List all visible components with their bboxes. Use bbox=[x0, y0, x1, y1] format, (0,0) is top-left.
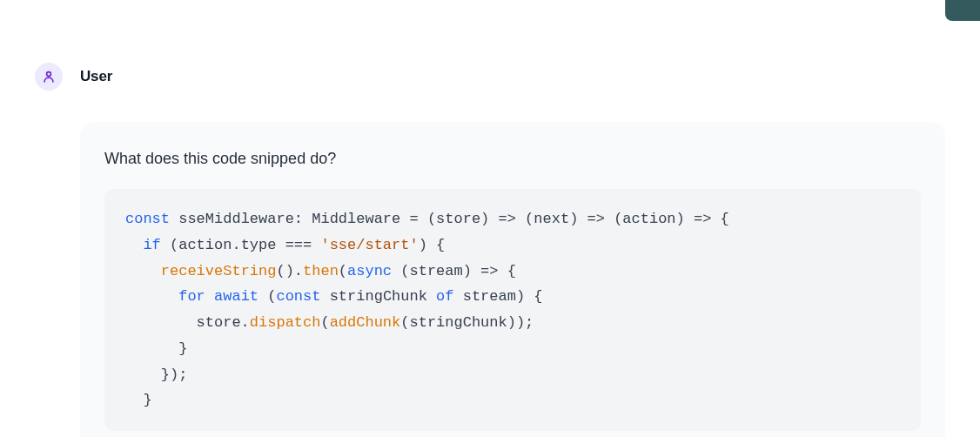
code-token: addChunk bbox=[330, 314, 401, 331]
code-token: of bbox=[436, 288, 453, 305]
code-token: for await bbox=[178, 288, 258, 305]
code-token: if bbox=[143, 237, 160, 253]
code-token: dispatch bbox=[250, 314, 321, 331]
code-token: => bbox=[499, 211, 516, 227]
user-icon bbox=[41, 69, 57, 84]
code-token: Middleware bbox=[312, 211, 400, 227]
message-content: What does this code snipped do? const ss… bbox=[80, 122, 945, 437]
code-token: : bbox=[294, 211, 303, 227]
code-token: receiveString bbox=[161, 263, 277, 279]
code-token: => bbox=[480, 263, 498, 279]
code-token: => bbox=[694, 211, 711, 227]
code-token: async bbox=[347, 263, 392, 279]
username-label: User bbox=[80, 68, 112, 85]
message-header: User bbox=[35, 63, 945, 91]
question-text: What does this code snipped do? bbox=[104, 150, 921, 168]
code-token: => bbox=[587, 211, 605, 227]
chat-card: User What does this code snipped do? con… bbox=[0, 0, 980, 437]
code-token: const bbox=[125, 211, 170, 227]
code-token: 'sse/start' bbox=[320, 237, 418, 253]
code-token: === bbox=[285, 237, 312, 253]
avatar bbox=[35, 63, 63, 91]
code-snippet[interactable]: const sseMiddleware: Middleware = (store… bbox=[104, 189, 921, 431]
corner-accent bbox=[945, 0, 980, 21]
code-token: then bbox=[303, 263, 339, 279]
code-token: const bbox=[276, 288, 320, 305]
code-token: = bbox=[409, 211, 418, 227]
svg-point-0 bbox=[47, 72, 51, 77]
